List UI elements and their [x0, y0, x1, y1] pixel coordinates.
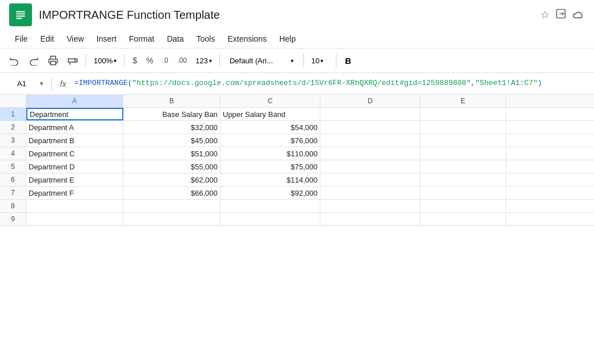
format-paint-button[interactable] — [64, 53, 81, 68]
menu-insert[interactable]: Insert — [91, 32, 122, 46]
menu-extensions[interactable]: Extensions — [222, 32, 272, 46]
row-number-5[interactable]: 5 — [0, 160, 26, 173]
formula-bar: A1 ▾ fx =IMPORTRANGE("https://docs.googl… — [0, 73, 594, 95]
percent-button[interactable]: % — [143, 54, 156, 67]
cell-b2[interactable]: $32,000 — [123, 121, 220, 134]
menu-edit[interactable]: Edit — [35, 32, 60, 46]
row-number-1[interactable]: 1 — [0, 108, 26, 120]
cell-b4[interactable]: $51,000 — [123, 147, 220, 160]
col-header-b[interactable]: B — [123, 95, 220, 107]
menu-tools[interactable]: Tools — [191, 32, 221, 46]
cell-d9[interactable] — [320, 213, 420, 225]
formula-function: =IMPORTRANGE( — [74, 79, 132, 88]
cell-a3[interactable]: Department B — [26, 134, 123, 147]
font-family-control[interactable]: Default (Ari... ▾ — [224, 55, 299, 67]
cell-b6[interactable]: $62,000 — [123, 173, 220, 186]
col-header-d[interactable]: D — [320, 95, 420, 107]
decimal-dec-button[interactable]: .0 — [159, 54, 172, 67]
cell-d7[interactable] — [320, 187, 420, 199]
table-row: 4 Department C $51,000 $110,000 — [0, 147, 594, 160]
cell-b8[interactable] — [123, 200, 220, 212]
menu-file[interactable]: File — [9, 32, 34, 46]
cell-d1[interactable] — [320, 108, 420, 120]
font-size-arrow: ▾ — [320, 58, 323, 64]
doc-title: IMPORTRANGE Function Template — [39, 9, 533, 22]
cell-e8[interactable] — [420, 200, 506, 212]
cell-c1[interactable]: Upper Salary Band — [220, 108, 320, 120]
row-number-9[interactable]: 9 — [0, 213, 26, 225]
cell-b1[interactable]: Base Salary Ban — [123, 108, 220, 120]
share-icon[interactable] — [555, 8, 567, 22]
cell-e1[interactable] — [420, 108, 506, 120]
cell-e3[interactable] — [420, 134, 506, 147]
table-row: 9 — [0, 213, 594, 226]
bold-button[interactable]: B — [341, 54, 355, 67]
font-size-control[interactable]: 10 ▾ — [308, 55, 331, 67]
cell-b5[interactable]: $55,000 — [123, 160, 220, 173]
cell-b3[interactable]: $45,000 — [123, 134, 220, 147]
row-number-2[interactable]: 2 — [0, 121, 26, 134]
formula-content[interactable]: =IMPORTRANGE("https://docs.google.com/sp… — [74, 79, 589, 88]
formula-string-range: "Sheet1!A1:C7" — [475, 79, 537, 88]
cloud-icon[interactable] — [572, 9, 585, 22]
cell-c6[interactable]: $114,000 — [220, 173, 320, 186]
cell-e6[interactable] — [420, 173, 506, 186]
row-number-7[interactable]: 7 — [0, 187, 26, 199]
menu-view[interactable]: View — [61, 32, 90, 46]
cell-a7[interactable]: Department F — [26, 187, 123, 199]
cell-a6[interactable]: Department E — [26, 173, 123, 186]
cell-e5[interactable] — [420, 160, 506, 173]
table-row: 1 Department Base Salary Ban Upper Salar… — [0, 108, 594, 121]
cell-a1[interactable]: Department — [26, 108, 123, 120]
row-number-4[interactable]: 4 — [0, 147, 26, 160]
cell-c8[interactable] — [220, 200, 320, 212]
cell-b9[interactable] — [123, 213, 220, 225]
menu-data[interactable]: Data — [161, 32, 190, 46]
cell-d2[interactable] — [320, 121, 420, 134]
cell-a5[interactable]: Department D — [26, 160, 123, 173]
cell-e9[interactable] — [420, 213, 506, 225]
number-format-control[interactable]: 123 ▾ — [192, 55, 215, 67]
dollar-button[interactable]: $ — [129, 54, 141, 67]
formula-divider — [51, 77, 52, 91]
cell-c5[interactable]: $75,000 — [220, 160, 320, 173]
cell-d3[interactable] — [320, 134, 420, 147]
cell-c2[interactable]: $54,000 — [220, 121, 320, 134]
cell-b7[interactable]: $66,000 — [123, 187, 220, 199]
print-button[interactable] — [45, 53, 62, 68]
cell-c4[interactable]: $110,000 — [220, 147, 320, 160]
cell-e2[interactable] — [420, 121, 506, 134]
font-family-label: Default (Ari... — [230, 56, 273, 65]
formula-comma: , — [471, 79, 475, 88]
menu-help[interactable]: Help — [274, 32, 302, 46]
font-family-arrow: ▾ — [291, 58, 294, 64]
row-number-3[interactable]: 3 — [0, 134, 26, 147]
cell-d8[interactable] — [320, 200, 420, 212]
cell-d6[interactable] — [320, 173, 420, 186]
cell-a4[interactable]: Department C — [26, 147, 123, 160]
cell-reference[interactable]: A1 — [5, 78, 39, 90]
cell-c3[interactable]: $76,000 — [220, 134, 320, 147]
cell-a8[interactable] — [26, 200, 123, 212]
zoom-control[interactable]: 100% ▾ — [91, 55, 119, 67]
cell-c7[interactable]: $92,000 — [220, 187, 320, 199]
menu-format[interactable]: Format — [123, 32, 160, 46]
cell-d4[interactable] — [320, 147, 420, 160]
col-header-e[interactable]: E — [420, 95, 506, 107]
redo-button[interactable] — [25, 53, 42, 68]
col-header-a[interactable]: A — [26, 95, 123, 107]
row-number-6[interactable]: 6 — [0, 173, 26, 186]
cell-a2[interactable]: Department A — [26, 121, 123, 134]
cell-e7[interactable] — [420, 187, 506, 199]
cell-d5[interactable] — [320, 160, 420, 173]
row-number-8[interactable]: 8 — [0, 200, 26, 212]
cell-c9[interactable] — [220, 213, 320, 225]
cell-a9[interactable] — [26, 213, 123, 225]
cell-ref-dropdown[interactable]: ▾ — [40, 80, 43, 87]
col-header-c[interactable]: C — [220, 95, 320, 107]
star-icon[interactable]: ☆ — [540, 9, 549, 21]
number-format-label: 123 — [195, 56, 208, 65]
cell-e4[interactable] — [420, 147, 506, 160]
undo-button[interactable] — [6, 53, 23, 68]
decimal-inc-button[interactable]: .00 — [174, 54, 191, 67]
